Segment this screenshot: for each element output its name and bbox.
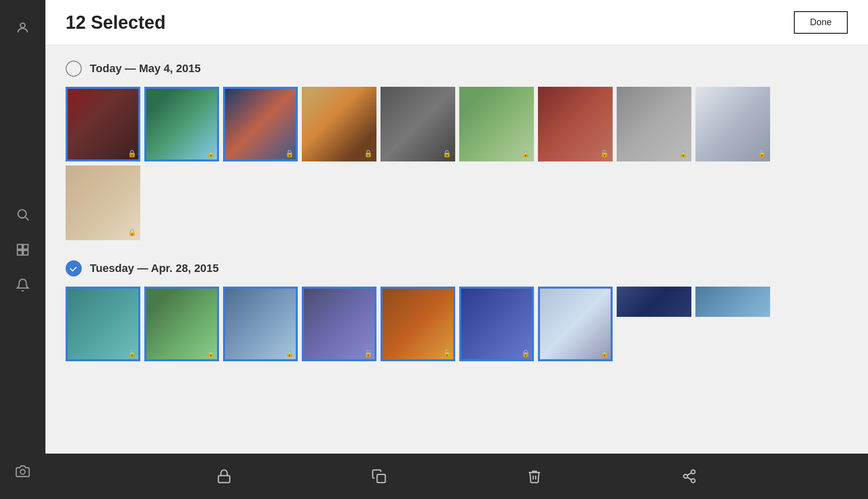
svg-rect-9 [377, 474, 386, 482]
sidebar-item-camera[interactable] [0, 454, 45, 489]
toolbar-lock-button[interactable] [211, 464, 237, 489]
lock-icon: 🔒 [285, 149, 294, 157]
svg-rect-5 [18, 250, 22, 255]
svg-point-0 [20, 23, 25, 28]
svg-rect-3 [18, 244, 22, 249]
lock-icon: 🔒 [443, 149, 451, 157]
photo-item[interactable]: 🔒 [66, 165, 140, 240]
done-button[interactable]: Done [794, 11, 848, 34]
photo-item[interactable]: 🔒 [66, 87, 140, 161]
toolbar-copy-button[interactable] [366, 464, 392, 489]
lock-icon: 🔒 [757, 149, 766, 157]
photo-item[interactable]: 🔒 [144, 287, 219, 361]
lock-icon: 🔒 [364, 149, 372, 157]
lock-icon: 🔒 [128, 149, 136, 157]
bottom-toolbar [45, 454, 868, 499]
photo-scroll-area[interactable]: Today — May 4, 2015 🔒 🔒 🔒 🔒 🔒 [45, 45, 868, 454]
sidebar [0, 0, 45, 499]
selected-count: 12 Selected [66, 12, 166, 33]
lock-icon: 🔒 [128, 228, 136, 236]
svg-line-2 [25, 217, 28, 220]
photo-item[interactable]: 🔒 [302, 287, 376, 361]
date-header-tuesday: Tuesday — Apr. 28, 2015 [66, 260, 848, 276]
photo-grid-tuesday: 🔒 🔒 🔒 🔒 🔒 🔒 🔒 [66, 287, 848, 361]
svg-point-7 [20, 470, 25, 474]
sidebar-item-search[interactable] [0, 197, 45, 232]
photo-item[interactable]: 🔒 [66, 287, 140, 361]
sidebar-item-notifications[interactable] [0, 267, 45, 303]
photo-item[interactable]: 🔒 [302, 87, 376, 161]
photo-item[interactable]: 🔒 [381, 287, 455, 361]
svg-rect-6 [23, 250, 28, 255]
photo-item[interactable] [695, 287, 770, 317]
lock-icon: 🔒 [600, 349, 609, 357]
photo-item[interactable]: 🔒 [223, 287, 298, 361]
date-label-today: Today — May 4, 2015 [90, 62, 201, 75]
photo-item[interactable]: 🔒 [459, 287, 534, 361]
sidebar-item-photos[interactable] [0, 232, 45, 267]
top-bar: 12 Selected Done [45, 0, 868, 45]
photo-item[interactable]: 🔒 [381, 87, 455, 161]
group-select-today[interactable] [66, 61, 82, 77]
photo-item[interactable]: 🔒 [223, 87, 298, 161]
svg-rect-8 [219, 476, 230, 483]
main-content: 12 Selected Done Today — May 4, 2015 🔒 🔒… [45, 0, 868, 499]
lock-icon: 🔒 [364, 349, 372, 357]
date-header-today: Today — May 4, 2015 [66, 61, 848, 77]
svg-line-13 [687, 477, 692, 480]
date-group-tuesday: Tuesday — Apr. 28, 2015 🔒 🔒 🔒 🔒 🔒 [66, 260, 848, 361]
photo-item[interactable]: 🔒 [459, 87, 534, 161]
lock-icon: 🔒 [206, 149, 215, 157]
date-label-tuesday: Tuesday — Apr. 28, 2015 [90, 262, 219, 275]
lock-icon: 🔒 [679, 149, 687, 157]
svg-point-1 [18, 209, 26, 217]
photo-item[interactable]: 🔒 [695, 87, 770, 161]
svg-point-10 [691, 470, 695, 474]
lock-icon: 🔒 [521, 349, 530, 357]
photo-item[interactable]: 🔒 [144, 87, 219, 161]
photo-item[interactable]: 🔒 [538, 287, 613, 361]
toolbar-delete-button[interactable] [522, 464, 547, 489]
photo-item[interactable]: 🔒 [538, 87, 613, 161]
svg-rect-4 [23, 244, 28, 249]
toolbar-share-button[interactable] [677, 464, 702, 489]
photo-item[interactable]: 🔒 [617, 87, 691, 161]
lock-icon: 🔒 [285, 349, 294, 357]
sidebar-item-profile[interactable] [0, 10, 45, 45]
svg-point-11 [684, 474, 688, 478]
group-select-tuesday[interactable] [66, 260, 82, 276]
lock-icon: 🔒 [128, 349, 136, 357]
date-group-today: Today — May 4, 2015 🔒 🔒 🔒 🔒 🔒 [66, 61, 848, 240]
lock-icon: 🔒 [443, 349, 451, 357]
svg-line-14 [687, 473, 692, 475]
lock-icon: 🔒 [206, 349, 215, 357]
svg-point-12 [691, 479, 695, 483]
lock-icon: 🔒 [600, 149, 609, 157]
lock-icon: 🔒 [521, 149, 530, 157]
photo-item[interactable] [617, 287, 691, 317]
photo-grid-today: 🔒 🔒 🔒 🔒 🔒 🔒 🔒 [66, 87, 848, 240]
